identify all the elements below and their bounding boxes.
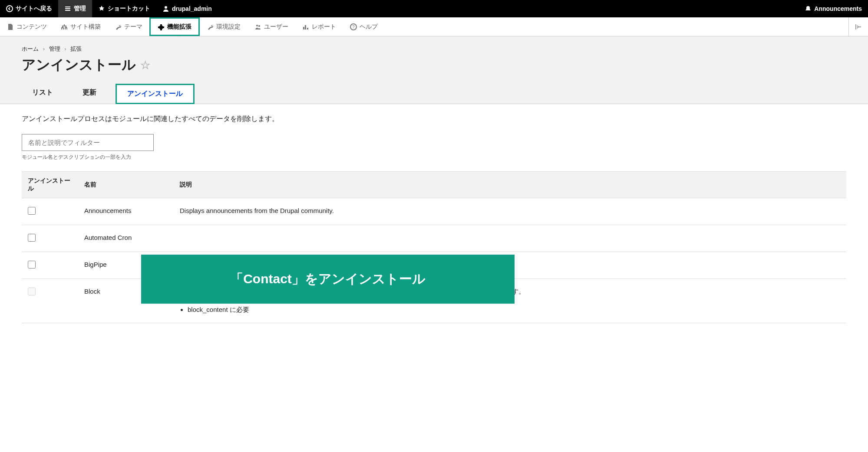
nav-help[interactable]: ?ヘルプ: [343, 17, 385, 36]
svg-point-2: [256, 25, 258, 26]
nav-extend[interactable]: 機能拡張: [149, 17, 200, 36]
filter-help: モジュール名とデスクリプションの一部を入力: [22, 154, 846, 161]
toolbar-collapse-button[interactable]: [848, 17, 868, 36]
puzzle-icon: [158, 23, 165, 30]
nav-reports[interactable]: レポート: [295, 17, 343, 36]
collapse-icon: [855, 23, 862, 30]
help-icon: ?: [350, 23, 357, 30]
announcements-link[interactable]: Announcements: [799, 0, 868, 17]
nav-people[interactable]: ユーザー: [248, 17, 295, 36]
th-uninstall: アンインストール: [22, 172, 78, 198]
user-menu[interactable]: drupal_admin: [156, 0, 218, 17]
tab-uninstall[interactable]: アンインストール: [116, 84, 195, 104]
structure-icon: [61, 23, 68, 30]
breadcrumb-extend[interactable]: 拡張: [70, 46, 82, 52]
favorite-star-icon[interactable]: ☆: [140, 59, 150, 72]
svg-point-0: [7, 6, 13, 12]
nav-appearance[interactable]: テーマ: [108, 17, 149, 36]
user-icon: [162, 5, 169, 12]
th-name: 名前: [78, 172, 174, 198]
breadcrumb-admin[interactable]: 管理: [49, 46, 60, 52]
module-name: Announcements: [78, 198, 174, 225]
breadcrumb: ホーム › 管理 › 拡張: [22, 45, 846, 53]
uninstall-checkbox[interactable]: [28, 288, 36, 295]
uninstall-checkbox[interactable]: [28, 261, 36, 269]
manage-toggle[interactable]: 管理: [58, 0, 92, 17]
back-label: サイトへ戻る: [16, 5, 52, 13]
manage-label: 管理: [74, 5, 86, 13]
filter-input[interactable]: [22, 134, 154, 151]
annotation-overlay-banner: 「Contact」をアンインストール: [141, 255, 515, 304]
nav-config[interactable]: 環境設定: [200, 17, 248, 36]
uninstall-checkbox[interactable]: [28, 234, 36, 242]
shortcuts-label: ショートカット: [108, 5, 150, 13]
wrench-icon: [115, 23, 122, 30]
gear-icon: [207, 23, 214, 30]
people-icon: [254, 23, 261, 30]
toolbar-admin: コンテンツ サイト構築 テーマ 機能拡張 環境設定 ユーザー レポート ?ヘルプ: [0, 17, 868, 36]
toolbar-top: サイトへ戻る 管理 ショートカット drupal_admin Announcem…: [0, 0, 868, 17]
nav-content[interactable]: コンテンツ: [0, 17, 54, 36]
shortcuts-link[interactable]: ショートカット: [92, 0, 156, 17]
chart-icon: [302, 23, 309, 30]
svg-point-1: [165, 6, 167, 9]
chevron-left-circle-icon: [6, 5, 13, 12]
star-icon: [98, 5, 105, 12]
table-row: Automated Cron: [22, 225, 846, 252]
back-to-site-link[interactable]: サイトへ戻る: [0, 0, 58, 17]
user-label: drupal_admin: [172, 5, 212, 12]
hamburger-icon: [64, 5, 71, 12]
page-title: アンインストール: [22, 56, 136, 75]
announcements-label: Announcements: [814, 5, 862, 12]
bell-icon: [805, 5, 812, 12]
help-text: アンインストールプロセスはモジュールに関連したすべてのデータを削除します。: [22, 115, 846, 124]
tabs: リスト 更新 アンインストール: [22, 83, 846, 104]
tab-update[interactable]: 更新: [72, 84, 107, 104]
subheader: ホーム › 管理 › 拡張 アンインストール ☆ リスト 更新 アンインストール: [0, 36, 868, 104]
page-title-row: アンインストール ☆: [22, 56, 846, 75]
breadcrumb-home[interactable]: ホーム: [22, 46, 39, 52]
th-desc: 説明: [174, 172, 846, 198]
module-desc: [174, 225, 846, 252]
module-desc: Displays announcements from the Drupal c…: [174, 198, 846, 225]
tab-list[interactable]: リスト: [22, 84, 63, 104]
uninstall-checkbox[interactable]: [28, 207, 36, 215]
table-row: AnnouncementsDisplays announcements from…: [22, 198, 846, 225]
nav-structure[interactable]: サイト構築: [54, 17, 108, 36]
file-icon: [7, 23, 14, 30]
svg-text:?: ?: [352, 25, 355, 29]
module-name: Automated Cron: [78, 225, 174, 252]
svg-point-3: [258, 25, 260, 27]
